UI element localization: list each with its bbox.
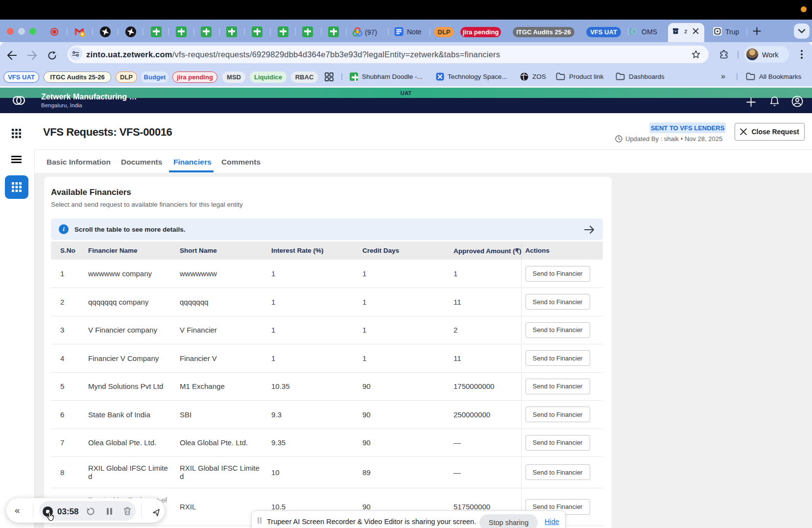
- svg-text:9: 9: [81, 32, 84, 37]
